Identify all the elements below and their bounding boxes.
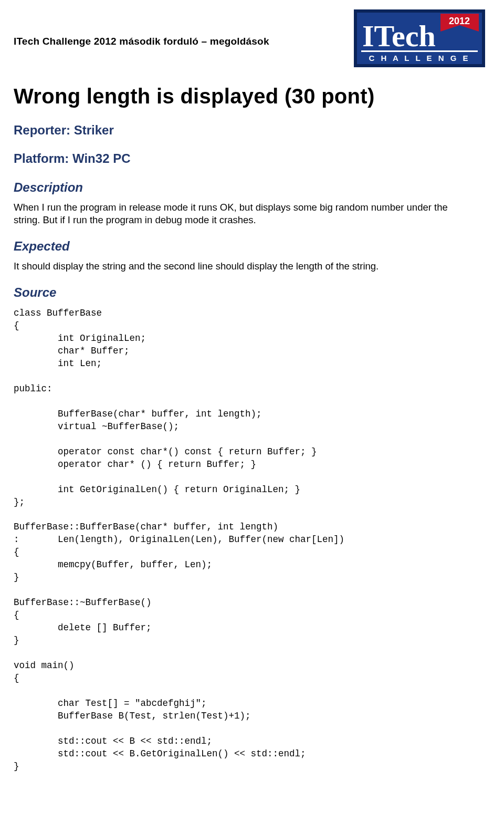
svg-rect-5 (361, 50, 478, 52)
logo-year: 2012 (449, 16, 470, 26)
description-heading: Description (14, 179, 472, 196)
itech-logo: 2012 ITech C H A L L E N G E (354, 9, 485, 67)
expected-body: It should display the string and the sec… (14, 260, 472, 273)
platform-heading: Platform: Win32 PC (14, 150, 472, 167)
header-title: ITech Challenge 2012 második forduló – m… (14, 35, 269, 48)
expected-heading: Expected (14, 238, 472, 255)
source-code: class BufferBase { int OriginalLen; char… (14, 307, 472, 773)
logo-brand-1: ITech (362, 19, 436, 53)
page-header: ITech Challenge 2012 második forduló – m… (14, 28, 472, 67)
source-heading: Source (14, 284, 472, 301)
description-body: When I run the program in release mode i… (14, 201, 472, 226)
page: ITech Challenge 2012 második forduló – m… (0, 0, 504, 822)
logo-brand-2: C H A L L E N G E (369, 54, 470, 63)
problem-title: Wrong length is displayed (30 pont) (14, 82, 472, 110)
svg-rect-3 (482, 9, 485, 67)
svg-rect-4 (354, 64, 485, 67)
svg-rect-2 (354, 9, 357, 67)
svg-rect-1 (354, 9, 485, 13)
reporter-heading: Reporter: Striker (14, 122, 472, 139)
